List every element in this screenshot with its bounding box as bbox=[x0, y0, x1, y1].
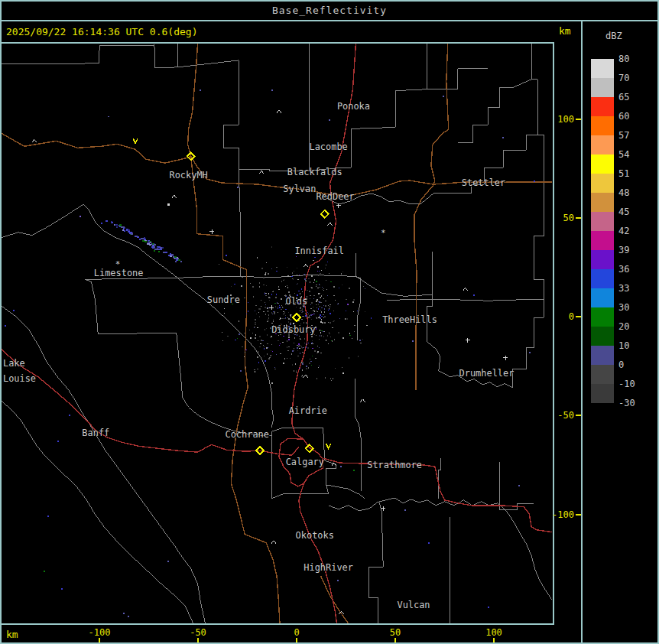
echo-clutter-pixel bbox=[263, 285, 265, 285]
echo-clutter-pixel bbox=[325, 301, 326, 301]
echo-noise-dot bbox=[101, 223, 102, 224]
echo-clutter-pixel bbox=[273, 321, 274, 322]
echo-clutter-pixel bbox=[323, 294, 323, 295]
echo-clutter-pixel bbox=[301, 346, 302, 348]
echo-clutter-pixel bbox=[316, 317, 317, 318]
echo-clutter-pixel bbox=[314, 279, 315, 281]
echo-clutter-pixel bbox=[326, 289, 327, 290]
echo-clutter-pixel bbox=[308, 367, 309, 369]
legend-value-label: 70 bbox=[618, 73, 629, 83]
radar-map-viewport[interactable]: **PonokaLacombeBlackfaldsSylvanRedDeerSt… bbox=[0, 42, 554, 625]
echo-clutter-pixel bbox=[271, 382, 273, 384]
echo-clutter-pixel bbox=[318, 308, 319, 310]
echo-clutter-pixel bbox=[305, 315, 307, 317]
echo-clutter-pixel bbox=[366, 325, 368, 326]
wind-chevron-icon bbox=[133, 138, 138, 143]
echo-clutter-pixel bbox=[254, 369, 255, 370]
echo-clutter-pixel bbox=[283, 319, 284, 320]
echo-clutter-pixel bbox=[287, 317, 288, 318]
echo-clutter-pixel bbox=[326, 280, 326, 281]
city-label: HighRiver bbox=[304, 562, 353, 573]
echo-clutter-pixel bbox=[300, 338, 300, 339]
echo-clutter-pixel bbox=[257, 327, 258, 328]
echo-clutter-pixel bbox=[306, 343, 307, 344]
echo-clutter-pixel bbox=[302, 308, 303, 310]
echo-clutter-pixel bbox=[278, 340, 279, 341]
echo-clutter-pixel bbox=[320, 293, 320, 294]
x-axis-tick-label: 0 bbox=[294, 627, 299, 638]
echo-noise-dot bbox=[69, 415, 70, 416]
station-caret-icon bbox=[259, 171, 264, 174]
y-axis-tick-label: 0 bbox=[569, 311, 574, 322]
echo-streak-pixel bbox=[170, 253, 171, 255]
echo-clutter-pixel bbox=[333, 354, 333, 356]
echo-clutter-pixel bbox=[240, 370, 242, 372]
echo-clutter-pixel bbox=[308, 343, 309, 343]
echo-clutter-pixel bbox=[330, 313, 331, 314]
echo-clutter-pixel bbox=[320, 332, 321, 333]
x-axis-tick-mark bbox=[493, 638, 495, 643]
echo-clutter-pixel bbox=[305, 281, 307, 282]
echo-clutter-pixel bbox=[272, 351, 273, 352]
echo-clutter-pixel bbox=[301, 319, 303, 320]
echo-clutter-pixel bbox=[265, 329, 265, 330]
echo-clutter-pixel bbox=[255, 324, 256, 325]
echo-clutter-pixel bbox=[276, 267, 278, 268]
echo-clutter-pixel bbox=[294, 271, 294, 272]
echo-clutter-pixel bbox=[276, 271, 278, 272]
echo-clutter-pixel bbox=[255, 337, 256, 339]
echo-clutter-pixel bbox=[320, 310, 321, 311]
echo-clutter-pixel bbox=[312, 348, 313, 349]
legend-value-label: 33 bbox=[618, 283, 629, 294]
echo-clutter-pixel bbox=[313, 282, 314, 283]
echo-clutter-pixel bbox=[317, 307, 317, 308]
echo-clutter-pixel bbox=[322, 322, 323, 324]
legend-value-label: 45 bbox=[618, 207, 629, 217]
echo-clutter-pixel bbox=[274, 369, 276, 369]
echo-clutter-pixel bbox=[311, 302, 313, 304]
echo-clutter-pixel bbox=[314, 257, 316, 258]
echo-clutter-pixel bbox=[241, 285, 242, 287]
echo-clutter-pixel bbox=[325, 268, 326, 268]
echo-clutter-pixel bbox=[280, 353, 281, 354]
echo-clutter-pixel bbox=[255, 319, 256, 320]
echo-clutter-pixel bbox=[272, 291, 274, 292]
echo-clutter-pixel bbox=[281, 305, 282, 306]
echo-clutter-pixel bbox=[316, 304, 317, 305]
echo-streak-pixel bbox=[154, 246, 155, 248]
echo-clutter-pixel bbox=[260, 343, 261, 344]
echo-clutter-pixel bbox=[258, 312, 259, 313]
echo-clutter-pixel bbox=[328, 310, 329, 311]
echo-clutter-pixel bbox=[346, 302, 347, 303]
station-caret-icon bbox=[328, 223, 333, 226]
echo-clutter-pixel bbox=[294, 337, 295, 339]
echo-clutter-pixel bbox=[320, 306, 320, 307]
echo-streak-pixel bbox=[162, 247, 164, 249]
echo-clutter-pixel bbox=[299, 368, 300, 369]
echo-clutter-pixel bbox=[288, 312, 289, 313]
echo-clutter-pixel bbox=[257, 369, 258, 369]
echo-noise-dot bbox=[47, 516, 49, 517]
echo-streak-pixel bbox=[159, 249, 161, 250]
echo-clutter-pixel bbox=[297, 284, 297, 285]
echo-clutter-pixel bbox=[313, 295, 315, 296]
echo-noise-dot bbox=[158, 251, 160, 252]
echo-clutter-pixel bbox=[311, 319, 312, 320]
legend-color-swatch bbox=[591, 174, 614, 193]
echo-clutter-pixel bbox=[312, 356, 313, 356]
echo-clutter-pixel bbox=[259, 286, 260, 288]
echo-clutter-pixel bbox=[323, 314, 324, 315]
echo-clutter-pixel bbox=[319, 297, 320, 298]
station-caret-icon bbox=[277, 110, 281, 113]
echo-clutter-pixel bbox=[349, 333, 350, 334]
echo-clutter-pixel bbox=[308, 278, 310, 279]
legend-color-swatch bbox=[591, 154, 614, 174]
echo-clutter-pixel bbox=[313, 298, 314, 299]
echo-clutter-pixel bbox=[353, 299, 355, 301]
echo-clutter-pixel bbox=[302, 311, 304, 312]
echo-clutter-pixel bbox=[281, 318, 281, 319]
radar-application-window: Base_Reflectivity 2025/09/22 16:14:36 UT… bbox=[0, 0, 659, 644]
echo-noise-dot bbox=[340, 466, 342, 467]
echo-clutter-pixel bbox=[329, 333, 330, 334]
echo-clutter-pixel bbox=[335, 300, 336, 301]
